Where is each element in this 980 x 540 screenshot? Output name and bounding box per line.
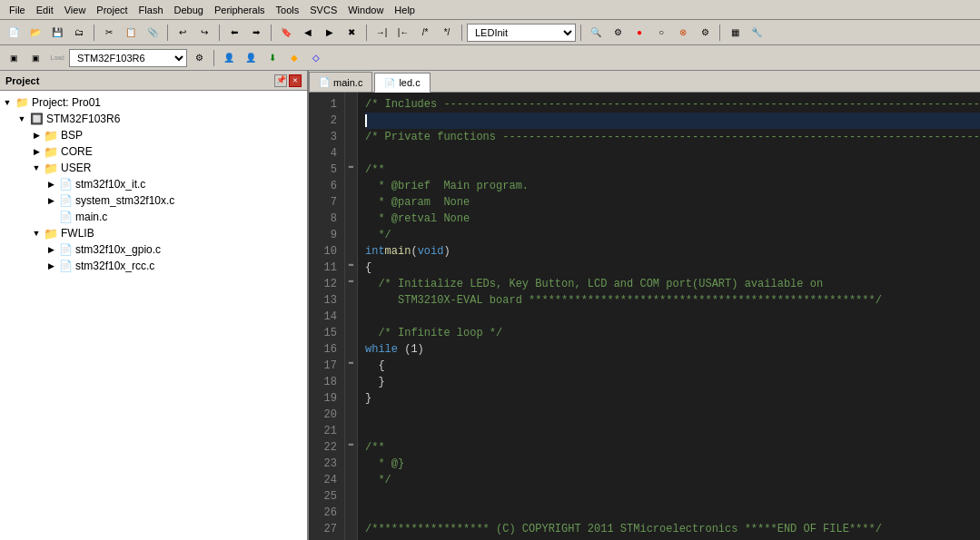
tree-expand-fwlib[interactable]: ▼ xyxy=(29,226,44,241)
code-line-25[interactable] xyxy=(365,488,980,505)
pin-button[interactable]: 📌 xyxy=(274,74,287,87)
fold-marker-11[interactable]: ▬ xyxy=(345,256,357,272)
menu-file[interactable]: File xyxy=(4,3,31,17)
code-line-6[interactable]: * @brief Main program. xyxy=(365,178,980,194)
code-line-16[interactable]: while (1) xyxy=(365,341,980,358)
menu-help[interactable]: Help xyxy=(389,3,421,17)
unindent-button[interactable]: |← xyxy=(393,23,413,43)
save-all-button[interactable]: 🗂 xyxy=(69,23,89,43)
menu-window[interactable]: Window xyxy=(342,3,389,17)
fold-marker-17[interactable]: ▬ xyxy=(345,354,357,370)
tree-expand-stm32[interactable]: ▼ xyxy=(15,112,29,126)
code-line-8[interactable]: * @retval None xyxy=(365,211,980,227)
tree-item-rcc[interactable]: ▶ 📄 stm32f10x_rcc.c xyxy=(0,258,307,274)
fold-marker-22[interactable]: ▬ xyxy=(345,436,357,452)
component-btn[interactable]: ◇ xyxy=(306,48,326,68)
menu-project[interactable]: Project xyxy=(91,3,133,17)
target-options-btn[interactable]: ⚙ xyxy=(189,48,209,68)
tree-item-it[interactable]: ▶ 📄 stm32f10x_it.c xyxy=(0,176,307,192)
options-button[interactable]: ⚙ xyxy=(695,23,715,43)
debug-run-button[interactable]: ● xyxy=(629,23,649,43)
code-line-24[interactable]: */ xyxy=(365,472,980,488)
code-editor[interactable]: 1234567891011121314151617181920212223242… xyxy=(309,93,980,540)
tree-item-gpio[interactable]: ▶ 📄 stm32f10x_gpio.c xyxy=(0,241,307,258)
bookmark-clear-button[interactable]: ✖ xyxy=(342,23,361,43)
debug-btn2[interactable]: ⊗ xyxy=(673,23,693,43)
fold-marker-5[interactable]: ▬ xyxy=(345,158,357,174)
tree-item-core[interactable]: ▶ 📁 CORE xyxy=(0,143,307,160)
tree-expand-it[interactable]: ▶ xyxy=(44,177,58,191)
tree-item-user[interactable]: ▼ 📁 USER xyxy=(0,160,307,176)
tree-expand-user[interactable]: ▼ xyxy=(29,161,44,175)
code-line-17[interactable]: { xyxy=(365,358,980,374)
tree-item-mainc[interactable]: ▶ 📄 main.c xyxy=(0,209,307,225)
bookmark-next-button[interactable]: ▶ xyxy=(320,23,340,43)
code-line-13[interactable]: STM3210X-EVAL board ********************… xyxy=(365,292,980,309)
code-line-1[interactable]: /* Includes ----------------------------… xyxy=(365,96,980,113)
tree-expand-core[interactable]: ▶ xyxy=(29,144,44,159)
menu-edit[interactable]: Edit xyxy=(31,3,59,17)
comment-button[interactable]: /* xyxy=(415,23,435,43)
code-line-4[interactable] xyxy=(365,145,980,162)
target-debug-btn[interactable]: ▣ xyxy=(4,48,24,68)
bookmark-prev-button[interactable]: ◀ xyxy=(298,23,318,43)
code-line-19[interactable]: } xyxy=(365,390,980,407)
new-button[interactable]: 📄 xyxy=(4,23,24,43)
code-line-23[interactable]: * @} xyxy=(365,456,980,472)
debug-stop-button[interactable]: ○ xyxy=(651,23,671,43)
fold-marker-12[interactable]: ▬ xyxy=(345,272,357,289)
cut-button[interactable]: ✂ xyxy=(99,23,119,43)
bookmark-button[interactable]: 🔖 xyxy=(276,23,296,43)
code-line-14[interactable] xyxy=(365,309,980,325)
uncomment-button[interactable]: */ xyxy=(437,23,457,43)
search-button[interactable]: 🔍 xyxy=(586,23,606,43)
code-line-12[interactable]: /* Initialize LEDs, Key Button, LCD and … xyxy=(365,276,980,292)
tree-expand-root[interactable]: ▼ xyxy=(0,95,15,110)
menu-debug[interactable]: Debug xyxy=(169,3,209,17)
code-line-26[interactable] xyxy=(365,505,980,521)
code-line-11[interactable]: { xyxy=(365,260,980,276)
undo-button[interactable]: ↩ xyxy=(173,23,193,43)
build-button[interactable]: 👤 xyxy=(219,48,239,68)
menu-tools[interactable]: Tools xyxy=(271,3,305,17)
menu-peripherals[interactable]: Peripherals xyxy=(209,3,271,17)
tab-mainc[interactable]: 📄 main.c xyxy=(309,72,372,92)
grid-button[interactable]: ▦ xyxy=(725,23,745,43)
target-dropdown[interactable]: STM32F103R6 xyxy=(69,49,187,67)
code-lines[interactable]: /* Includes ----------------------------… xyxy=(358,93,980,540)
save-button[interactable]: 💾 xyxy=(47,23,67,43)
menu-svcs[interactable]: SVCS xyxy=(304,3,342,17)
wrench-button[interactable]: 🔧 xyxy=(747,23,767,43)
redo-button[interactable]: ↪ xyxy=(194,23,214,43)
code-line-7[interactable]: * @param None xyxy=(365,194,980,211)
function-dropdown[interactable]: LEDInit xyxy=(467,24,576,42)
tree-item-fwlib[interactable]: ▼ 📁 FWLIB xyxy=(0,225,307,241)
tree-item-root[interactable]: ▼ 📁 Project: Pro01 xyxy=(0,94,307,111)
paste-button[interactable]: 📎 xyxy=(143,23,163,43)
tree-expand-bsp[interactable]: ▶ xyxy=(29,128,44,142)
code-line-21[interactable] xyxy=(365,423,980,439)
tree-expand-system[interactable]: ▶ xyxy=(44,193,58,208)
open-button[interactable]: 📂 xyxy=(25,23,45,43)
rebuild-button[interactable]: 👤 xyxy=(241,48,261,68)
code-line-9[interactable]: */ xyxy=(365,227,980,243)
copy-button[interactable]: 📋 xyxy=(121,23,141,43)
code-line-15[interactable]: /* Infinite loop */ xyxy=(365,325,980,341)
build-btn2[interactable]: ▣ xyxy=(25,48,45,68)
stop-build-button[interactable]: ◆ xyxy=(284,48,304,68)
tree-expand-gpio[interactable]: ▶ xyxy=(44,242,58,257)
indent-button[interactable]: →| xyxy=(371,23,391,43)
close-panel-button[interactable]: ✕ xyxy=(289,74,302,87)
code-line-3[interactable]: /* Private functions -------------------… xyxy=(365,129,980,145)
code-line-22[interactable]: /** xyxy=(365,439,980,456)
tree-item-bsp[interactable]: ▶ 📁 BSP xyxy=(0,127,307,143)
code-line-5[interactable]: /** xyxy=(365,162,980,178)
tree-item-system[interactable]: ▶ 📄 system_stm32f10x.c xyxy=(0,192,307,209)
tree-expand-rcc[interactable]: ▶ xyxy=(44,259,58,273)
menu-view[interactable]: View xyxy=(59,3,92,17)
code-line-27[interactable]: /****************** (C) COPYRIGHT 2011 S… xyxy=(365,521,980,537)
prev-button[interactable]: ⬅ xyxy=(224,23,244,43)
code-line-10[interactable]: int main(void) xyxy=(365,243,980,260)
tab-ledc[interactable]: 📄 led.c xyxy=(374,73,430,93)
code-line-18[interactable]: } xyxy=(365,374,980,390)
